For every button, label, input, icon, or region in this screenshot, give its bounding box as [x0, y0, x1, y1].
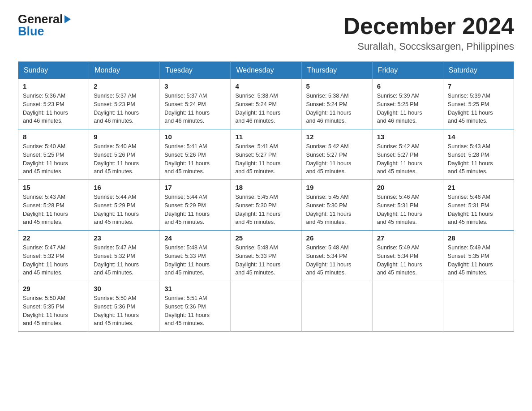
day-number: 4 — [235, 82, 296, 90]
day-info: Sunrise: 5:48 AM Sunset: 5:33 PM Dayligh… — [164, 244, 226, 277]
day-info: Sunrise: 5:40 AM Sunset: 5:26 PM Dayligh… — [94, 142, 155, 176]
calendar-cell: 29Sunrise: 5:50 AM Sunset: 5:35 PM Dayli… — [18, 281, 89, 332]
day-number: 10 — [164, 133, 226, 141]
calendar-cell: 20Sunrise: 5:46 AM Sunset: 5:31 PM Dayli… — [372, 180, 443, 231]
calendar-cell: 30Sunrise: 5:50 AM Sunset: 5:36 PM Dayli… — [89, 281, 160, 332]
day-number: 21 — [448, 184, 509, 191]
day-number: 18 — [235, 184, 296, 191]
day-number: 9 — [94, 133, 155, 141]
day-info: Sunrise: 5:50 AM Sunset: 5:35 PM Dayligh… — [23, 294, 84, 328]
day-info: Sunrise: 5:46 AM Sunset: 5:31 PM Dayligh… — [377, 193, 438, 227]
calendar-cell: 1Sunrise: 5:36 AM Sunset: 5:23 PM Daylig… — [18, 79, 89, 129]
title-area: December 2024 Surallah, Soccsksargen, Ph… — [343, 13, 514, 52]
calendar-cell: 11Sunrise: 5:41 AM Sunset: 5:27 PM Dayli… — [231, 129, 301, 180]
calendar-cell: 13Sunrise: 5:42 AM Sunset: 5:27 PM Dayli… — [372, 129, 443, 180]
calendar-cell: 19Sunrise: 5:45 AM Sunset: 5:30 PM Dayli… — [301, 180, 372, 231]
day-info: Sunrise: 5:44 AM Sunset: 5:29 PM Dayligh… — [164, 193, 226, 227]
day-info: Sunrise: 5:42 AM Sunset: 5:27 PM Dayligh… — [377, 142, 438, 176]
calendar-cell: 2Sunrise: 5:37 AM Sunset: 5:23 PM Daylig… — [89, 79, 160, 129]
day-info: Sunrise: 5:41 AM Sunset: 5:27 PM Dayligh… — [235, 142, 296, 176]
calendar-cell: 26Sunrise: 5:48 AM Sunset: 5:34 PM Dayli… — [301, 231, 372, 281]
calendar-cell — [301, 281, 372, 332]
calendar-week-row: 29Sunrise: 5:50 AM Sunset: 5:35 PM Dayli… — [18, 281, 514, 332]
calendar-cell: 31Sunrise: 5:51 AM Sunset: 5:36 PM Dayli… — [160, 281, 231, 332]
calendar-cell — [231, 281, 301, 332]
day-number: 19 — [306, 184, 368, 191]
calendar-cell: 22Sunrise: 5:47 AM Sunset: 5:32 PM Dayli… — [18, 231, 89, 281]
day-number: 29 — [23, 285, 84, 292]
calendar-cell: 18Sunrise: 5:45 AM Sunset: 5:30 PM Dayli… — [231, 180, 301, 231]
day-number: 12 — [306, 133, 368, 141]
day-number: 26 — [306, 234, 368, 242]
calendar-cell: 5Sunrise: 5:38 AM Sunset: 5:24 PM Daylig… — [301, 79, 372, 129]
day-number: 15 — [23, 184, 84, 191]
calendar-table: SundayMondayTuesdayWednesdayThursdayFrid… — [18, 61, 514, 332]
calendar-week-row: 1Sunrise: 5:36 AM Sunset: 5:23 PM Daylig… — [18, 79, 514, 129]
day-info: Sunrise: 5:47 AM Sunset: 5:32 PM Dayligh… — [94, 244, 155, 277]
day-number: 2 — [94, 82, 155, 90]
calendar-cell — [443, 281, 514, 332]
calendar-cell: 10Sunrise: 5:41 AM Sunset: 5:26 PM Dayli… — [160, 129, 231, 180]
calendar-cell: 17Sunrise: 5:44 AM Sunset: 5:29 PM Dayli… — [160, 180, 231, 231]
day-number: 3 — [164, 82, 226, 90]
weekday-header-wednesday: Wednesday — [231, 62, 301, 79]
weekday-header-monday: Monday — [89, 62, 160, 79]
day-number: 22 — [23, 234, 84, 242]
logo-general-text: General — [18, 13, 63, 26]
calendar-cell — [372, 281, 443, 332]
day-number: 5 — [306, 82, 368, 90]
day-number: 31 — [164, 285, 226, 292]
calendar-cell: 3Sunrise: 5:37 AM Sunset: 5:24 PM Daylig… — [160, 79, 231, 129]
day-info: Sunrise: 5:48 AM Sunset: 5:33 PM Dayligh… — [235, 244, 296, 277]
day-number: 28 — [448, 234, 509, 242]
calendar-cell: 8Sunrise: 5:40 AM Sunset: 5:25 PM Daylig… — [18, 129, 89, 180]
day-number: 14 — [448, 133, 509, 141]
weekday-header-row: SundayMondayTuesdayWednesdayThursdayFrid… — [18, 62, 514, 79]
calendar-cell: 28Sunrise: 5:49 AM Sunset: 5:35 PM Dayli… — [443, 231, 514, 281]
day-info: Sunrise: 5:44 AM Sunset: 5:29 PM Dayligh… — [94, 193, 155, 227]
calendar-cell: 7Sunrise: 5:39 AM Sunset: 5:25 PM Daylig… — [443, 79, 514, 129]
weekday-header-saturday: Saturday — [443, 62, 514, 79]
day-number: 6 — [377, 82, 438, 90]
day-number: 24 — [164, 234, 226, 242]
month-title: December 2024 — [343, 13, 514, 39]
logo: General Blue — [18, 13, 71, 38]
weekday-header-tuesday: Tuesday — [160, 62, 231, 79]
day-number: 11 — [235, 133, 296, 141]
day-info: Sunrise: 5:43 AM Sunset: 5:28 PM Dayligh… — [23, 193, 84, 227]
day-number: 1 — [23, 82, 84, 90]
calendar-cell: 25Sunrise: 5:48 AM Sunset: 5:33 PM Dayli… — [231, 231, 301, 281]
page-header: General Blue December 2024 Surallah, Soc… — [18, 13, 514, 52]
logo-blue-text: Blue — [18, 26, 71, 38]
day-info: Sunrise: 5:45 AM Sunset: 5:30 PM Dayligh… — [306, 193, 368, 227]
day-info: Sunrise: 5:36 AM Sunset: 5:23 PM Dayligh… — [23, 92, 84, 125]
calendar-cell: 24Sunrise: 5:48 AM Sunset: 5:33 PM Dayli… — [160, 231, 231, 281]
calendar-week-row: 8Sunrise: 5:40 AM Sunset: 5:25 PM Daylig… — [18, 129, 514, 180]
calendar-cell: 12Sunrise: 5:42 AM Sunset: 5:27 PM Dayli… — [301, 129, 372, 180]
day-info: Sunrise: 5:41 AM Sunset: 5:26 PM Dayligh… — [164, 142, 226, 176]
day-info: Sunrise: 5:42 AM Sunset: 5:27 PM Dayligh… — [306, 142, 368, 176]
day-number: 8 — [23, 133, 84, 141]
day-info: Sunrise: 5:39 AM Sunset: 5:25 PM Dayligh… — [377, 92, 438, 125]
weekday-header-thursday: Thursday — [301, 62, 372, 79]
weekday-header-friday: Friday — [372, 62, 443, 79]
day-info: Sunrise: 5:39 AM Sunset: 5:25 PM Dayligh… — [448, 92, 509, 125]
calendar-cell: 27Sunrise: 5:49 AM Sunset: 5:34 PM Dayli… — [372, 231, 443, 281]
weekday-header-sunday: Sunday — [18, 62, 89, 79]
location-title: Surallah, Soccsksargen, Philippines — [343, 41, 514, 52]
day-number: 30 — [94, 285, 155, 292]
calendar-week-row: 22Sunrise: 5:47 AM Sunset: 5:32 PM Dayli… — [18, 231, 514, 281]
day-info: Sunrise: 5:49 AM Sunset: 5:34 PM Dayligh… — [377, 244, 438, 277]
calendar-cell: 16Sunrise: 5:44 AM Sunset: 5:29 PM Dayli… — [89, 180, 160, 231]
day-info: Sunrise: 5:47 AM Sunset: 5:32 PM Dayligh… — [23, 244, 84, 277]
day-info: Sunrise: 5:37 AM Sunset: 5:24 PM Dayligh… — [164, 92, 226, 125]
day-info: Sunrise: 5:37 AM Sunset: 5:23 PM Dayligh… — [94, 92, 155, 125]
day-number: 20 — [377, 184, 438, 191]
calendar-cell: 21Sunrise: 5:46 AM Sunset: 5:31 PM Dayli… — [443, 180, 514, 231]
calendar-week-row: 15Sunrise: 5:43 AM Sunset: 5:28 PM Dayli… — [18, 180, 514, 231]
day-info: Sunrise: 5:40 AM Sunset: 5:25 PM Dayligh… — [23, 142, 84, 176]
day-number: 17 — [164, 184, 226, 191]
day-info: Sunrise: 5:46 AM Sunset: 5:31 PM Dayligh… — [448, 193, 509, 227]
day-info: Sunrise: 5:45 AM Sunset: 5:30 PM Dayligh… — [235, 193, 296, 227]
logo-arrow-icon — [64, 15, 71, 23]
